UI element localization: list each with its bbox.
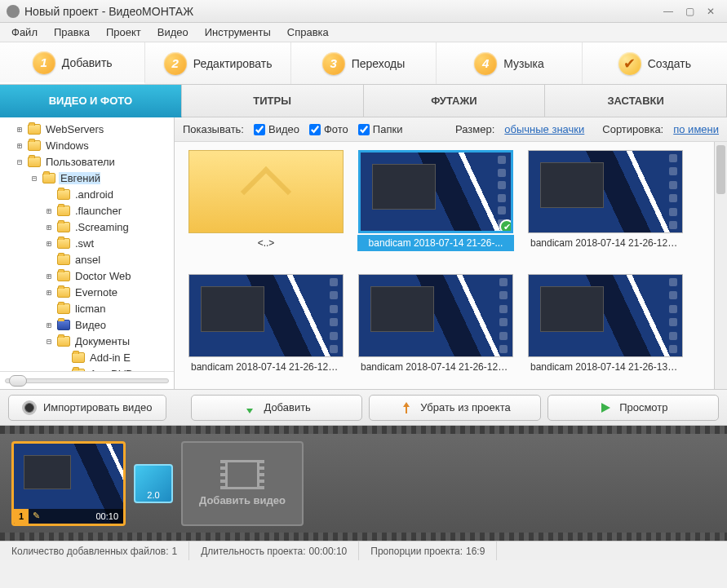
folder-icon bbox=[57, 287, 70, 298]
menu-help[interactable]: Справка bbox=[279, 24, 337, 40]
play-icon bbox=[598, 400, 613, 415]
media-subtabs: ВИДЕО И ФОТО ТИТРЫ ФУТАЖИ ЗАСТАВКИ bbox=[0, 85, 727, 117]
sort-label: Сортировка: bbox=[602, 123, 663, 135]
subtab-splash[interactable]: ЗАСТАВКИ bbox=[545, 85, 727, 117]
menu-file[interactable]: Файл bbox=[3, 24, 46, 40]
step-label: Редактировать bbox=[193, 57, 273, 70]
sort-by-link[interactable]: по имени bbox=[673, 123, 719, 135]
transition-duration: 2.0 bbox=[147, 490, 159, 500]
filter-photo-checkbox[interactable]: Фото bbox=[309, 123, 348, 135]
title-bar: Новый проект - ВидеоМОНТАЖ — ▢ ✕ bbox=[0, 0, 727, 23]
folder-icon bbox=[72, 352, 85, 363]
step-edit[interactable]: 2 Редактировать bbox=[145, 42, 290, 84]
tree-item[interactable]: Evernote bbox=[73, 286, 117, 298]
arrow-up-icon bbox=[399, 400, 414, 415]
step-number-icon: 4 bbox=[474, 52, 497, 75]
tree-item[interactable]: ansel bbox=[73, 254, 100, 266]
tree-item[interactable]: .android bbox=[73, 188, 113, 201]
import-video-button[interactable]: Импортировать видео bbox=[8, 395, 166, 421]
tree-item[interactable]: Doctor Web bbox=[73, 270, 131, 282]
video-thumbnail bbox=[358, 274, 513, 357]
folder-icon bbox=[57, 271, 70, 281]
subtab-titles[interactable]: ТИТРЫ bbox=[182, 85, 364, 117]
step-number-icon: 1 bbox=[33, 51, 55, 74]
folder-icon bbox=[57, 238, 70, 249]
add-button[interactable]: Добавить bbox=[191, 395, 362, 421]
window-title: Новый проект - ВидеоМОНТАЖ bbox=[24, 5, 657, 18]
thumb-video[interactable]: bandicam 2018-07-14 21-26-13-18... bbox=[527, 274, 684, 375]
folder-icon bbox=[57, 189, 70, 200]
thumb-caption: bandicam 2018-07-14 21-26-12-85... bbox=[188, 359, 344, 375]
thumbnail-size-link[interactable]: обычные значки bbox=[504, 123, 584, 135]
content-area: ⊞WebServers ⊞Windows ⊟Пользователи ⊟Евге… bbox=[0, 117, 727, 390]
filter-video-checkbox[interactable]: Видео bbox=[254, 123, 299, 135]
tree-item[interactable]: Документы bbox=[73, 335, 130, 347]
tree-item[interactable]: .flauncher bbox=[73, 205, 122, 217]
tree-zoom-slider[interactable] bbox=[0, 371, 174, 389]
menu-tools[interactable]: Инструменты bbox=[197, 24, 279, 40]
added-badge-icon: ✔ bbox=[499, 219, 513, 233]
folder-icon bbox=[28, 124, 41, 135]
menu-edit[interactable]: Правка bbox=[46, 24, 98, 40]
add-video-placeholder[interactable]: Добавить видео bbox=[181, 441, 304, 526]
tree-item[interactable]: WebServers bbox=[44, 123, 104, 135]
thumb-video[interactable]: bandicam 2018-07-14 21-26-12-96... bbox=[357, 274, 514, 375]
step-number-icon: 2 bbox=[164, 52, 187, 75]
action-buttons-row: Импортировать видео Добавить Убрать из п… bbox=[0, 390, 727, 426]
step-music[interactable]: 4 Музыка bbox=[437, 42, 582, 84]
timeline-clip[interactable]: 1 ✎ 00:10 bbox=[11, 441, 126, 526]
thumb-parent-folder[interactable]: <..> bbox=[188, 150, 344, 251]
folder-icon bbox=[28, 140, 41, 151]
clip-duration: 00:10 bbox=[43, 511, 123, 521]
tree-item[interactable]: Windows bbox=[44, 139, 89, 152]
thumb-caption: <..> bbox=[188, 235, 344, 251]
filter-folders-checkbox[interactable]: Папки bbox=[358, 123, 403, 135]
remove-button[interactable]: Убрать из проекта bbox=[369, 395, 540, 421]
step-label: Переходы bbox=[352, 57, 406, 70]
subtab-video-photo[interactable]: ВИДЕО И ФОТО bbox=[0, 85, 182, 117]
thumb-video[interactable]: bandicam 2018-07-14 21-26-12-85... bbox=[188, 274, 344, 375]
edit-clip-icon[interactable]: ✎ bbox=[29, 511, 43, 521]
timeline-transition[interactable]: 2.0 bbox=[134, 464, 173, 503]
button-label: Убрать из проекта bbox=[420, 401, 510, 413]
thumb-caption: bandicam 2018-07-14 21-26-12-53... bbox=[527, 235, 684, 251]
step-create[interactable]: ✔ Создать bbox=[583, 42, 727, 84]
folder-tree[interactable]: ⊞WebServers ⊞Windows ⊟Пользователи ⊟Евге… bbox=[0, 117, 174, 371]
workflow-steps: 1 Добавить 2 Редактировать 3 Переходы 4 … bbox=[0, 42, 727, 85]
tree-item[interactable]: Пользователи bbox=[44, 156, 115, 168]
thumb-video[interactable]: bandicam 2018-07-14 21-26-12-53... bbox=[527, 150, 684, 251]
close-button[interactable]: ✕ bbox=[701, 4, 720, 19]
maximize-button[interactable]: ▢ bbox=[680, 4, 699, 19]
timeline[interactable]: 1 ✎ 00:10 2.0 Добавить видео bbox=[0, 426, 727, 541]
tree-item[interactable]: licman bbox=[73, 303, 106, 315]
thumbnails-area: <..> ✔ bandicam 2018-07-14 21-26-... ban… bbox=[175, 142, 727, 389]
step-label: Добавить bbox=[62, 56, 113, 69]
step-add[interactable]: 1 Добавить bbox=[0, 42, 145, 84]
folder-icon bbox=[57, 320, 70, 330]
subtab-footage[interactable]: ФУТАЖИ bbox=[364, 85, 546, 117]
button-label: Просмотр bbox=[619, 401, 667, 413]
folder-icon bbox=[28, 157, 41, 167]
video-thumbnail bbox=[188, 274, 344, 357]
menu-video[interactable]: Видео bbox=[149, 24, 197, 40]
vertical-scrollbar[interactable] bbox=[714, 142, 727, 389]
step-transitions[interactable]: 3 Переходы bbox=[291, 42, 437, 84]
tree-item-selected[interactable]: Евгений bbox=[59, 172, 100, 184]
folder-icon bbox=[57, 222, 70, 232]
tree-item[interactable]: .swt bbox=[73, 237, 94, 250]
preview-button[interactable]: Просмотр bbox=[547, 395, 719, 421]
step-label: Музыка bbox=[503, 57, 544, 70]
minimize-button[interactable]: — bbox=[658, 4, 678, 19]
folder-icon bbox=[57, 336, 70, 347]
tree-item[interactable]: .Screaming bbox=[73, 221, 129, 233]
thumb-caption: bandicam 2018-07-14 21-26-... bbox=[357, 235, 514, 251]
folder-icon bbox=[57, 254, 70, 265]
status-duration: Длительность проекта:00:00:10 bbox=[189, 542, 359, 560]
tree-item[interactable]: Видео bbox=[73, 319, 106, 331]
tree-item[interactable]: Add-in E bbox=[88, 351, 131, 364]
video-thumbnail: ✔ bbox=[358, 150, 513, 233]
folder-icon bbox=[72, 369, 85, 372]
thumb-video-selected[interactable]: ✔ bandicam 2018-07-14 21-26-... bbox=[357, 150, 514, 251]
browser-filter-bar: Показывать: Видео Фото Папки Размер: обы… bbox=[175, 117, 727, 142]
menu-project[interactable]: Проект bbox=[98, 24, 149, 40]
